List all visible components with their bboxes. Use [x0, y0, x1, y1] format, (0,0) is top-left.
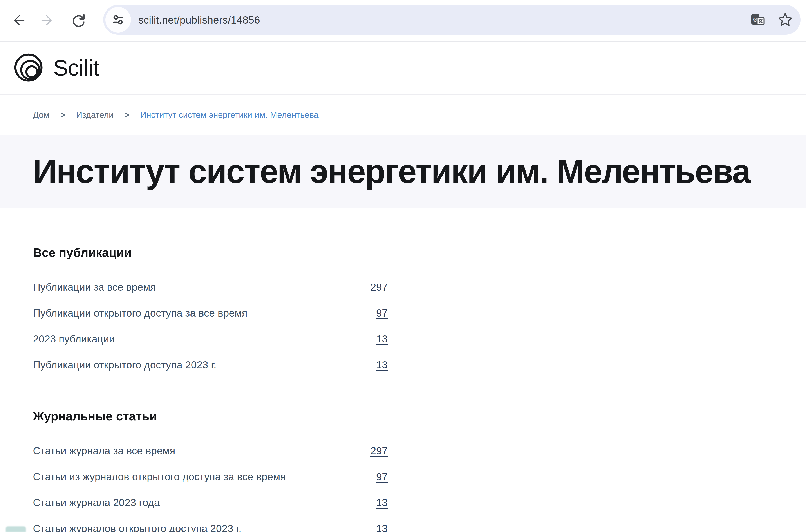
forward-button[interactable]: [40, 12, 55, 28]
stat-label: 2023 публикации: [33, 333, 115, 345]
stat-label: Публикации открытого доступа 2023 г.: [33, 359, 216, 371]
url-text[interactable]: scilit.net/publishers/14856: [138, 14, 260, 26]
cutoff-widget-artifact: [6, 526, 26, 532]
stat-value-link[interactable]: 97: [376, 471, 388, 482]
stat-row: Статьи журнала за все время 297: [33, 438, 388, 463]
forward-arrow-icon: [40, 13, 55, 27]
translate-button[interactable]: G: [749, 11, 766, 28]
stat-row: 2023 публикации 13: [33, 326, 388, 352]
breadcrumb-current[interactable]: Институт систем энергетики им. Мелентьев…: [140, 110, 319, 120]
reload-icon: [72, 13, 85, 27]
stat-label: Статьи из журналов открытого доступа за …: [33, 471, 286, 482]
stat-label: Статьи журнала за все время: [33, 444, 175, 457]
stat-label: Публикации открытого доступа за все врем…: [33, 307, 247, 319]
back-arrow-icon: [11, 13, 26, 27]
stat-row: Статьи журнала 2023 года 13: [33, 489, 388, 515]
breadcrumb-home[interactable]: Дом: [33, 110, 50, 120]
section-heading-all-publications: Все публикации: [33, 245, 806, 260]
brand-name: Scilit: [53, 55, 99, 81]
breadcrumb: Дом > Издатели > Институт систем энергет…: [33, 110, 806, 120]
google-translate-icon: G: [750, 12, 765, 28]
stat-label: Статьи журналов открытого доступа 2023 г…: [33, 522, 242, 532]
address-bar[interactable]: scilit.net/publishers/14856 G: [103, 5, 801, 35]
stat-value-link[interactable]: 13: [376, 359, 388, 371]
section-heading-journal-articles: Журнальные статьи: [33, 409, 806, 423]
stat-label: Статьи журнала 2023 года: [33, 496, 160, 509]
stat-label: Публикации за все время: [33, 281, 156, 293]
back-button[interactable]: [11, 12, 26, 28]
scilit-logo-icon: [14, 53, 44, 83]
star-outline-icon: [777, 12, 793, 28]
page-title: Институт систем энергетики им. Мелентьев…: [33, 152, 750, 191]
stat-row: Публикации открытого доступа за все врем…: [33, 300, 388, 326]
title-band: Институт систем энергетики им. Мелентьев…: [0, 135, 806, 208]
stat-value-link[interactable]: 97: [376, 307, 388, 319]
site-header: Scilit: [0, 42, 806, 95]
breadcrumb-publishers[interactable]: Издатели: [76, 110, 114, 120]
stat-value-link[interactable]: 13: [376, 333, 388, 345]
chevron-right-icon: >: [60, 110, 65, 120]
stat-row: Статьи журналов открытого доступа 2023 г…: [33, 515, 388, 532]
stat-row: Публикации за все время 297: [33, 274, 388, 300]
stat-value-link[interactable]: 297: [370, 281, 388, 293]
browser-toolbar: scilit.net/publishers/14856 G: [0, 0, 806, 42]
stat-value-link[interactable]: 13: [376, 496, 388, 509]
stat-value-link[interactable]: 13: [376, 522, 388, 532]
scilit-logo[interactable]: Scilit: [14, 53, 99, 83]
reload-button[interactable]: [71, 12, 87, 28]
stat-row: Публикации открытого доступа 2023 г. 13: [33, 352, 388, 378]
tune-sliders-icon: [112, 13, 124, 26]
stats-content: Все публикации Публикации за все время 2…: [0, 208, 806, 532]
stat-list-all-publications: Публикации за все время 297 Публикации о…: [33, 274, 388, 378]
chevron-right-icon: >: [124, 110, 129, 120]
site-settings-button[interactable]: [105, 7, 131, 33]
bookmark-button[interactable]: [776, 11, 794, 28]
stat-list-journal-articles: Статьи журнала за все время 297 Статьи и…: [33, 438, 388, 532]
stat-value-link[interactable]: 297: [370, 444, 388, 457]
stat-row: Статьи из журналов открытого доступа за …: [33, 463, 388, 489]
